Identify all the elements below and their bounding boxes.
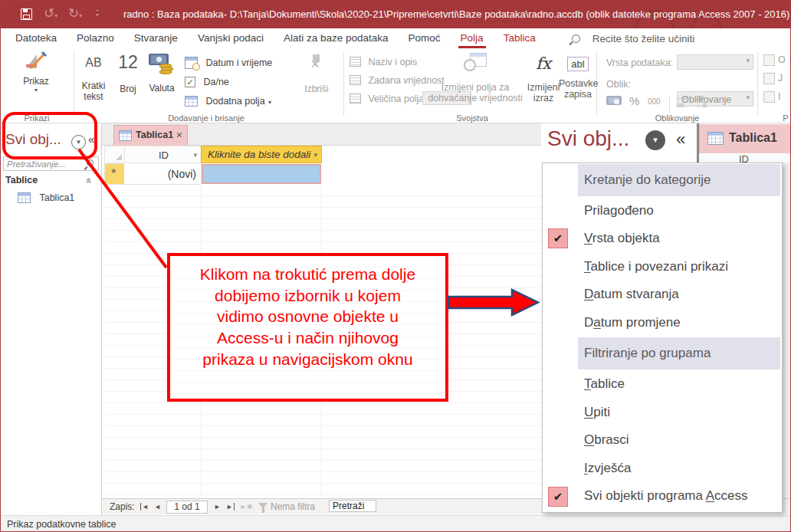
menu-item-obrasci[interactable]: Obrasci [543,426,782,455]
row-selector-new[interactable]: * [104,163,125,185]
nav-pane-title[interactable]: Svi obj... [5,131,61,148]
nav-search-box[interactable]: Pretraživanje... [3,156,99,171]
nav-group-tables[interactable]: Tablice [5,175,38,186]
more-fields-button[interactable]: Dodatna polja ▾ [185,94,271,107]
view-dropdown-arrow: ▾ [8,87,64,94]
overlay-document-tab: Tablica1 [699,124,791,153]
format-label: Oblik: [606,79,631,90]
ribbon-tab-datoteka[interactable]: Datoteka [5,29,67,48]
overlay-nav-title[interactable]: Svi obj... [547,126,629,151]
first-record-icon[interactable]: ◄ [140,503,149,511]
tell-me-box[interactable]: Recite što želite učiniti [592,33,695,44]
menu-item-datum-stvaranja[interactable]: Datum stvaranja [543,281,782,309]
table-icon [119,130,132,141]
modify-expression-button[interactable]: fx Izmijeni izraz [525,51,562,103]
last-record-icon[interactable]: ► [226,503,235,511]
menu-item-label: Prilagođeno [584,203,654,218]
menu-item-upiti[interactable]: Upiti [543,399,782,427]
overlay-background-sliver [783,163,791,498]
menu-item-label: Vrsta objekta [584,231,660,245]
menu-item-prilago-eno[interactable]: Prilagođeno [543,197,782,225]
short-text-button[interactable]: AB Kratki tekst [76,51,111,102]
ribbon-tab-tablica[interactable]: Tablica [494,29,546,48]
ribbon-tab-polazno[interactable]: Polazno [67,29,124,48]
ribbon-tab-polja[interactable]: Polja [451,29,494,48]
memo-settings-button[interactable]: abl Postavke zapisa [559,51,597,100]
cell-id-new[interactable]: (Novi) [124,163,202,185]
status-text: Prikaz podatkovne tablice [7,519,116,530]
save-icon[interactable] [21,8,32,20]
view-button[interactable]: Prikaz ▾ [8,51,64,94]
record-search-box[interactable]: Pretraži [329,500,376,512]
shutter-close-icon[interactable]: « [88,133,94,146]
cell-new-field-selected[interactable] [202,164,321,184]
currency-button[interactable]: Valuta [143,51,180,94]
validation-checkbox [763,73,775,84]
search-icon [87,159,94,166]
ribbon-tab-pomo-[interactable]: Pomoć [399,29,451,48]
menu-item-label: Upiti [584,405,610,419]
column-header-id[interactable]: ID ▾ [124,146,202,163]
group-label-validation: P [780,113,791,123]
checked-checkbox-icon: ✔ [548,487,568,507]
ribbon-tab-vanjski-podaci[interactable]: Vanjski podaci [188,29,274,48]
default-value-icon [350,75,361,85]
menu-item-label: Datum promjene [584,315,681,330]
annotation-text: Klikom na trokutić prema dolje dobijemo … [170,264,445,370]
delete-button: Izbriši [297,54,336,94]
column-dropdown-icon[interactable]: ▾ [193,151,197,159]
column-header-add-field[interactable]: Kliknite da biste dodali ▾ [201,146,322,163]
menu-header-label: Filtriranje po grupama [578,337,780,369]
abl-icon: abl [567,57,588,71]
menu-item-datum-promjene[interactable]: Datum promjene [543,309,782,337]
title-bar: ↺▾ ↻▾ ▾ radno : Baza podataka- D:\Tanja\… [1,1,791,28]
ribbon-tab-alati-za-baze-podataka[interactable]: Alati za baze podataka [274,29,399,48]
previous-record-icon[interactable]: ◄ [154,503,161,511]
annotation-text-box: Klikom na trokutić prema dolje dobijemo … [167,253,448,402]
data-type-combo: ▾ [677,54,753,70]
menu-item-vrsta-objekta[interactable]: ✔Vrsta objekta [543,225,782,253]
apply-currency-icon [606,96,622,105]
overlay-nav-dropdown-icon[interactable]: ▾ [645,130,665,150]
thousands-icon: 000 [648,97,661,106]
datasheet-corner-cell[interactable] [104,146,125,163]
menu-item-tablice[interactable]: Tablice [543,370,782,399]
number-button[interactable]: 12 Broj [113,51,143,94]
menu-item-izvje-a[interactable]: Izvješća [543,455,782,483]
menu-item-tablice-i-povezani-prikazi[interactable]: Tablice i povezani prikazi [543,253,782,281]
redo-icon[interactable]: ↻▾ [68,7,82,22]
menu-header-label: Kretanje do kategorije [578,164,780,196]
close-tab-icon[interactable]: × [176,129,182,141]
new-record-icon: ►✱ [240,503,252,511]
undo-icon[interactable]: ↺▾ [44,7,57,22]
table-icon [18,192,31,203]
document-tab-tablica1[interactable]: Tablica1 × [113,125,188,146]
column-dropdown-icon[interactable]: ▾ [313,151,317,159]
menu-item-svi-objekti-programa-access[interactable]: ✔Svi objekti programa Access [543,482,782,511]
ribbon: Prikaz ▾ Prikazi AB Kratki tekst 12 Broj… [1,48,791,123]
overlay-nav-header: Svi obj... ▾ « Tablica1 ID [541,123,791,163]
menu-item-label: Obrasci [584,432,629,447]
date-time-button[interactable]: Datum i vrijeme [185,55,272,69]
field-size-button: Veličina polja [350,91,424,105]
yes-no-button[interactable]: ✓ Da/ne [185,74,229,88]
search-icon[interactable] [572,34,580,43]
menu-item-label: Tablice i povezani prikazi [584,259,728,274]
record-label: Zapis: [110,501,135,512]
more-fields-icon [185,96,198,107]
customize-quick-access-icon[interactable]: ▾ [96,10,99,18]
menu-item-label: Tablice [584,376,625,391]
status-bar: Prikaz podatkovne tablice [1,515,791,532]
navigation-pane: Svi obj... ▾ « Pretraživanje... Tablice … [1,123,102,515]
overlay-shutter-icon[interactable]: « [676,130,685,149]
group-label-add-delete: Dodavanje i brisanje [76,113,336,123]
nav-pane-dropdown-icon[interactable]: ▾ [71,135,86,149]
nav-item-tablica1[interactable]: Tablica1 [18,190,74,204]
next-record-icon[interactable]: ► [214,503,221,511]
ribbon-tab-stvaranje[interactable]: Stvaranje [124,29,188,48]
filter-icon [258,503,267,508]
group-label-views: Prikazi [7,113,67,123]
field-size-icon [350,94,361,103]
record-position-box[interactable]: 1 od 1 [166,501,208,514]
collapse-group-icon[interactable]: « [84,178,95,183]
